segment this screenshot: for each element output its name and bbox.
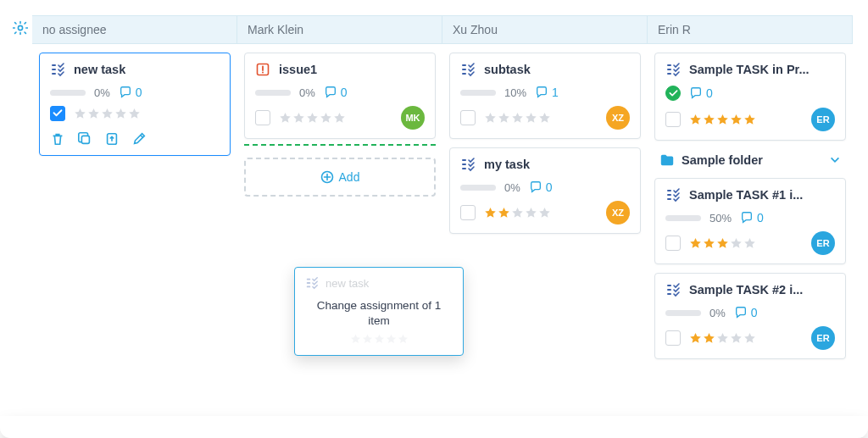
comment-icon xyxy=(689,86,703,100)
comments-button[interactable]: 0 xyxy=(740,211,764,225)
column-xu-zhou: Xu Zhou subtask 10% 1 XZ my task xyxy=(442,15,648,423)
issue-icon xyxy=(255,62,270,77)
task-card[interactable]: issue1 0% 0 MK xyxy=(244,53,436,139)
column-header: no assignee xyxy=(32,15,237,44)
card-title: Sample TASK in Pr... xyxy=(689,63,810,76)
progress-bar xyxy=(460,185,496,191)
progress-bar xyxy=(665,310,701,316)
star-rating[interactable] xyxy=(689,237,756,250)
progress-percent: 0% xyxy=(94,86,110,99)
task-card[interactable]: Sample TASK in Pr... 0 ER xyxy=(654,53,846,141)
card-title: new task xyxy=(74,63,125,76)
task-card[interactable]: subtask 10% 1 XZ xyxy=(449,53,641,139)
progress-bar xyxy=(665,215,701,221)
selection-checkbox[interactable] xyxy=(665,236,681,251)
done-badge xyxy=(665,86,681,101)
task-icon xyxy=(460,157,476,172)
column-no-assignee: no assignee new task 0% 0 xyxy=(32,15,237,423)
folder-icon xyxy=(659,152,675,168)
progress-percent: 10% xyxy=(504,86,526,99)
card-title: issue1 xyxy=(279,63,317,76)
task-card[interactable]: Sample TASK #2 i... 0% 0 ER xyxy=(654,273,846,359)
comments-button[interactable]: 0 xyxy=(119,86,142,99)
drag-ghost: new task Change assignment of 1 item xyxy=(294,267,464,356)
add-label: Add xyxy=(339,170,360,184)
comment-count: 0 xyxy=(546,180,553,194)
column-erin-r: Erin R Sample TASK in Pr... 0 ER Sample … xyxy=(648,15,853,423)
comment-count: 0 xyxy=(706,86,713,100)
comments-button[interactable]: 1 xyxy=(535,86,559,99)
star-rating[interactable] xyxy=(74,108,141,120)
task-icon xyxy=(305,276,319,290)
card-title: subtask xyxy=(484,63,531,76)
edit-icon[interactable] xyxy=(131,131,147,147)
selection-checkbox[interactable] xyxy=(460,110,476,125)
comments-button[interactable]: 0 xyxy=(689,86,713,100)
avatar[interactable]: ER xyxy=(811,326,835,350)
chevron-down-icon xyxy=(829,154,841,166)
delete-icon[interactable] xyxy=(50,131,65,147)
folder-toggle[interactable]: Sample folder xyxy=(654,149,846,169)
progress-bar xyxy=(255,90,291,96)
avatar[interactable]: XZ xyxy=(606,106,630,130)
star-rating[interactable] xyxy=(689,114,756,126)
add-card-button[interactable]: Add xyxy=(244,158,436,197)
column-header: Erin R xyxy=(648,15,853,44)
star-rating[interactable] xyxy=(689,332,756,345)
avatar[interactable]: ER xyxy=(811,231,835,255)
progress-percent: 0% xyxy=(299,86,315,99)
comment-icon xyxy=(529,180,542,194)
task-icon xyxy=(665,282,681,297)
comment-count: 0 xyxy=(341,86,348,99)
progress-percent: 50% xyxy=(709,212,732,225)
column-header: Xu Zhou xyxy=(442,15,648,44)
task-icon xyxy=(50,62,65,77)
comment-icon xyxy=(734,306,748,319)
board-settings-icon[interactable] xyxy=(13,20,28,36)
ghost-card-title: new task xyxy=(326,277,369,290)
star-rating[interactable] xyxy=(484,112,551,125)
avatar[interactable]: MK xyxy=(401,106,425,130)
comment-icon xyxy=(324,86,337,99)
star-rating xyxy=(305,334,453,345)
copy-icon[interactable] xyxy=(77,131,92,147)
comment-count: 1 xyxy=(552,86,559,99)
avatar[interactable]: ER xyxy=(811,108,835,131)
comment-icon xyxy=(535,86,548,99)
card-toolbar xyxy=(50,130,220,147)
task-icon xyxy=(460,62,476,77)
column-header: Mark Klein xyxy=(237,15,442,44)
comment-icon xyxy=(740,211,754,225)
task-card[interactable]: my task 0% 0 XZ xyxy=(449,147,641,234)
drag-tooltip: Change assignment of 1 item xyxy=(305,298,453,329)
folder-name: Sample folder xyxy=(682,153,822,167)
drop-indicator xyxy=(244,144,436,146)
card-title: my task xyxy=(484,158,530,171)
progress-percent: 0% xyxy=(504,181,520,194)
avatar[interactable]: XZ xyxy=(606,201,630,225)
kanban-board: no assignee new task 0% 0 xyxy=(0,0,868,438)
task-card[interactable]: new task 0% 0 xyxy=(39,53,231,156)
card-title: Sample TASK #2 i... xyxy=(689,283,803,297)
card-title: Sample TASK #1 i... xyxy=(689,188,803,202)
star-rating[interactable] xyxy=(279,112,346,125)
selection-checkbox[interactable] xyxy=(255,110,270,125)
export-icon[interactable] xyxy=(104,131,120,147)
comment-count: 0 xyxy=(136,86,142,99)
progress-bar xyxy=(50,90,86,96)
progress-bar xyxy=(460,90,496,96)
task-card[interactable]: Sample TASK #1 i... 50% 0 ER xyxy=(654,178,846,264)
svg-rect-8 xyxy=(81,136,89,143)
task-icon xyxy=(665,187,681,202)
comments-button[interactable]: 0 xyxy=(529,180,553,194)
star-rating[interactable] xyxy=(484,207,551,219)
column-mark-klein: Mark Klein issue1 0% 0 MK xyxy=(237,15,442,423)
selection-checkbox[interactable] xyxy=(50,106,65,121)
comments-button[interactable]: 0 xyxy=(324,86,348,99)
selection-checkbox[interactable] xyxy=(665,112,681,127)
comment-count: 0 xyxy=(757,211,764,225)
selection-checkbox[interactable] xyxy=(460,205,476,220)
task-icon xyxy=(665,62,681,77)
selection-checkbox[interactable] xyxy=(665,330,681,346)
comments-button[interactable]: 0 xyxy=(734,306,758,319)
